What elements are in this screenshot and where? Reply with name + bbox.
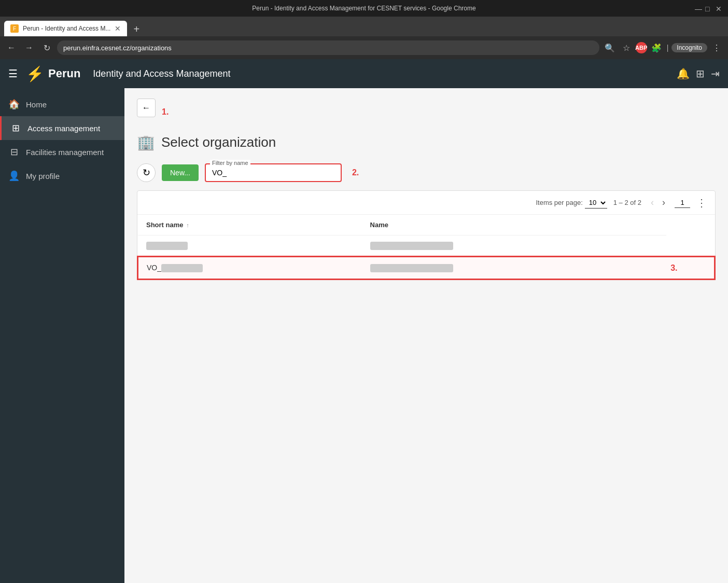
main-layout: 🏠 Home ⊞ Access management ⊟ Facilities … <box>0 88 728 583</box>
app-container: ☰ ⚡ Perun Identity and Access Management… <box>0 59 728 583</box>
organization-icon: 🏢 <box>137 134 155 151</box>
browser-tab-bar: F Perun - Identity and Access M... ✕ + <box>0 17 728 36</box>
filter-input-wrapper: Filter by name <box>205 163 342 182</box>
table-cell-name-2 <box>362 257 667 279</box>
sidebar-item-home[interactable]: 🏠 Home <box>0 92 124 116</box>
back-nav-button[interactable]: ← <box>4 40 19 55</box>
table-header-row: Short name ↑ Name <box>138 215 715 235</box>
next-page-button[interactable]: › <box>659 196 668 209</box>
menu-icon[interactable]: ⋮ <box>709 40 724 55</box>
sidebar: 🏠 Home ⊞ Access management ⊟ Facilities … <box>0 88 124 583</box>
table-container: Items per page: 10 25 50 1 – 2 of 2 ‹ › … <box>137 190 716 280</box>
pagination-info: 1 – 2 of 2 <box>613 199 641 206</box>
logo-area: ⚡ Perun <box>26 65 80 82</box>
step1-label: 1. <box>162 107 169 117</box>
blurred-name <box>370 242 453 250</box>
sidebar-item-facilities[interactable]: ⊟ Facilities management <box>0 140 124 164</box>
profile-icon: 👤 <box>8 170 20 182</box>
page-title: Select organization <box>161 134 276 150</box>
step3-label: 3. <box>670 263 677 272</box>
forward-nav-button[interactable]: → <box>22 40 36 55</box>
blurred-name-2 <box>370 264 453 272</box>
table-cell-short-name <box>138 235 362 257</box>
filter-label: Filter by name <box>210 160 250 166</box>
table-row-highlighted[interactable]: VO_ 3. <box>138 257 715 279</box>
col-short-name[interactable]: Short name ↑ <box>138 215 362 235</box>
maximize-icon[interactable]: □ <box>705 5 712 12</box>
data-table: Short name ↑ Name <box>137 215 715 280</box>
tab-close-icon[interactable]: ✕ <box>115 24 121 33</box>
items-per-page: Items per page: 10 25 50 <box>536 197 607 209</box>
toolbar: ↻ New... Filter by name 2. <box>137 163 716 182</box>
per-page-select[interactable]: 10 25 50 <box>585 197 607 209</box>
incognito-button[interactable]: Incognito <box>671 43 707 52</box>
refresh-button[interactable]: ↻ <box>137 163 156 182</box>
close-icon[interactable]: ✕ <box>716 5 723 12</box>
abp-badge: ABP <box>636 42 647 53</box>
hamburger-menu-icon[interactable]: ☰ <box>8 67 18 80</box>
minimize-icon[interactable]: — <box>695 5 702 12</box>
app-title: Identity and Access Management <box>93 68 230 79</box>
logo-text: Perun <box>48 67 80 80</box>
page-heading: 🏢 Select organization <box>137 134 716 151</box>
facilities-icon: ⊟ <box>8 146 20 158</box>
search-icon[interactable]: 🔍 <box>603 40 617 55</box>
perun-logo-icon: ⚡ <box>26 65 44 82</box>
new-button[interactable]: New... <box>162 164 199 181</box>
prev-page-button[interactable]: ‹ <box>648 196 657 209</box>
address-bar-input[interactable] <box>57 40 599 55</box>
sidebar-item-home-label: Home <box>26 100 47 109</box>
step2-label: 2. <box>352 168 359 177</box>
bookmark-icon[interactable]: ☆ <box>619 40 634 55</box>
window-controls: — □ ✕ <box>695 5 723 12</box>
sidebar-item-profile-label: My profile <box>26 172 60 181</box>
sidebar-item-facilities-label: Facilities management <box>26 148 104 157</box>
reload-nav-button[interactable]: ↻ <box>39 40 54 55</box>
home-icon: 🏠 <box>8 99 20 110</box>
new-tab-button[interactable]: + <box>129 22 144 36</box>
sort-icon: ↑ <box>186 222 189 228</box>
table-cell-short-name-2: VO_ <box>138 257 362 279</box>
col-name: Name <box>362 215 667 235</box>
browser-tab[interactable]: F Perun - Identity and Access M... ✕ <box>4 21 127 36</box>
vo-short-name: VO_ <box>147 263 203 272</box>
access-icon: ⊞ <box>10 122 21 134</box>
page-number-input[interactable] <box>675 198 690 208</box>
table-cell-name <box>362 235 667 257</box>
app-header: ☰ ⚡ Perun Identity and Access Management… <box>0 59 728 88</box>
back-button[interactable]: ← <box>137 99 156 117</box>
extensions-icon[interactable]: 🧩 <box>649 40 664 55</box>
sidebar-item-access-label: Access management <box>27 124 100 133</box>
browser-actions: 🔍 ☆ ABP 🧩 | Incognito ⋮ <box>603 40 724 55</box>
table-row[interactable] <box>138 235 715 257</box>
table-more-options-button[interactable]: ⋮ <box>696 197 707 209</box>
table-pagination: Items per page: 10 25 50 1 – 2 of 2 ‹ › … <box>137 191 715 215</box>
browser-chrome: Perun - Identity and Access Management f… <box>0 0 728 59</box>
items-per-page-label: Items per page: <box>536 199 582 206</box>
browser-address-bar: ← → ↻ 🔍 ☆ ABP 🧩 | Incognito ⋮ <box>0 36 728 59</box>
browser-title-bar: Perun - Identity and Access Management f… <box>0 0 728 17</box>
sidebar-item-profile[interactable]: 👤 My profile <box>0 164 124 188</box>
filter-input[interactable] <box>206 164 341 181</box>
header-actions: 🔔 ⊞ ⇥ <box>677 67 720 80</box>
logout-icon[interactable]: ⇥ <box>711 67 720 80</box>
browser-title: Perun - Identity and Access Management f… <box>252 5 475 12</box>
blurred-short-name <box>146 242 188 250</box>
sidebar-item-access[interactable]: ⊞ Access management <box>0 116 124 140</box>
grid-icon[interactable]: ⊞ <box>696 67 705 80</box>
tab-label: Perun - Identity and Access M... <box>23 25 110 32</box>
pagination-nav: ‹ › <box>648 196 668 209</box>
notifications-icon[interactable]: 🔔 <box>677 67 690 80</box>
step3-cell: 3. <box>666 257 715 279</box>
content-area: ← 1. 🏢 Select organization ↻ New... Filt… <box>124 88 728 583</box>
tab-favicon: F <box>10 24 19 33</box>
